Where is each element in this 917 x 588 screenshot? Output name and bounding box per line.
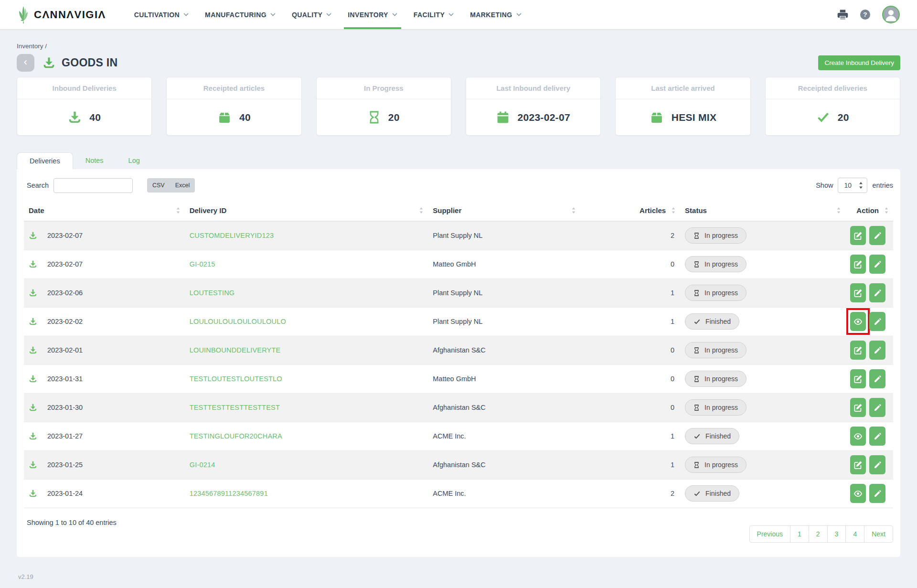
stat-card-value: 40 — [89, 112, 101, 123]
hourglass-icon — [693, 289, 700, 297]
check-icon — [693, 433, 701, 440]
status-label: Finished — [705, 432, 731, 440]
primary-action-button[interactable] — [850, 427, 866, 446]
supplier-name: Matteo GmbH — [433, 375, 476, 383]
tab-deliveries[interactable]: Deliveries — [17, 152, 73, 170]
supplier-name: ACME Inc. — [433, 432, 466, 440]
help-icon[interactable]: ? — [860, 9, 871, 20]
chevron-down-icon — [326, 13, 331, 16]
column-header-date[interactable]: Date — [24, 201, 185, 221]
user-avatar[interactable] — [882, 6, 900, 23]
stat-card-label: Receipted articles — [167, 77, 301, 99]
delivery-id-link[interactable]: CUSTOMDELIVERYID123 — [190, 232, 274, 239]
edit-pencil-button[interactable] — [869, 455, 885, 474]
deliveries-table: Date Delivery ID Supplier Articles Statu… — [24, 201, 893, 508]
nav-item-cultivation[interactable]: CULTIVATION — [126, 0, 197, 29]
create-inbound-delivery-button[interactable]: Create Inbound Delivery — [818, 55, 900, 70]
download-icon — [68, 110, 82, 124]
breadcrumb[interactable]: Inventory / — [17, 30, 900, 50]
pagination-page-4[interactable]: 4 — [845, 525, 864, 543]
chevron-down-icon — [183, 13, 189, 16]
nav-item-manufacturing[interactable]: MANUFACTURING — [197, 0, 284, 29]
delivery-row: 2023-02-01 LOUINBOUNDDELIVERYTE Afghanis… — [24, 336, 893, 364]
pagination-page-1[interactable]: 1 — [790, 525, 809, 543]
tab-bar: Deliveries Notes Log — [17, 152, 900, 169]
deliveries-panel: Search CSV Excel Show 10 entries — [17, 169, 900, 557]
page-size-select[interactable]: 10 — [838, 178, 867, 193]
primary-action-button[interactable] — [850, 455, 866, 474]
pencil-icon — [874, 260, 882, 268]
primary-action-button[interactable] — [850, 255, 866, 274]
primary-action-button[interactable] — [850, 312, 866, 331]
primary-action-button[interactable] — [850, 341, 866, 360]
primary-action-button[interactable] — [850, 226, 866, 245]
top-navbar: CΛNNΛVIGIΛ CULTIVATION MANUFACTURING QUA… — [0, 0, 917, 30]
status-label: In progress — [704, 404, 738, 411]
delivery-row: 2023-02-07 CUSTOMDELIVERYID123 Plant Sup… — [24, 221, 893, 250]
delivery-id-link[interactable]: TESTLOUTESTLOUTESTLO — [190, 375, 282, 383]
primary-action-button[interactable] — [850, 369, 866, 388]
delivery-id-link[interactable]: LOULOULOULOULOULOULO — [190, 318, 286, 325]
nav-item-facility[interactable]: FACILITY — [405, 0, 462, 29]
pagination-previous[interactable]: Previous — [749, 525, 790, 543]
delivery-id-link[interactable]: TESTTESTTESTTESTTEST — [190, 404, 280, 411]
delivery-id-link[interactable]: 12345678911234567891 — [190, 490, 268, 497]
delivery-id-link[interactable]: TESTINGLOUFOR20CHARA — [190, 432, 282, 440]
primary-action-button[interactable] — [850, 484, 866, 503]
nav-item-quality[interactable]: QUALITY — [284, 0, 340, 29]
sort-icon — [837, 207, 841, 214]
stat-card-label: Inbound Deliveries — [17, 77, 151, 99]
edit-pencil-button[interactable] — [869, 255, 885, 274]
status-badge: In progress — [685, 342, 746, 358]
pagination-next[interactable]: Next — [864, 525, 893, 543]
brand-name: CΛNNΛVIGIΛ — [34, 9, 106, 21]
column-header-status[interactable]: Status — [680, 201, 845, 221]
pagination-page-2[interactable]: 2 — [809, 525, 828, 543]
main-nav: CULTIVATION MANUFACTURING QUALITY INVENT… — [126, 0, 530, 29]
pagination-page-3[interactable]: 3 — [827, 525, 846, 543]
edit-pencil-button[interactable] — [869, 283, 885, 302]
pagination: Previous 1 2 3 4 Next — [749, 525, 893, 543]
supplier-name: Afghanistan S&C — [433, 461, 485, 469]
edit-pencil-button[interactable] — [869, 369, 885, 388]
nav-item-inventory[interactable]: INVENTORY — [340, 0, 405, 29]
search-input[interactable] — [53, 178, 133, 193]
print-icon[interactable] — [837, 9, 848, 20]
column-header-delivery-id[interactable]: Delivery ID — [185, 201, 428, 221]
back-button[interactable]: ‹ — [17, 54, 34, 72]
delivery-row: 2023-01-31 TESTLOUTESTLOUTESTLO Matteo G… — [24, 364, 893, 393]
primary-action-button[interactable] — [850, 398, 866, 417]
export-csv-button[interactable]: CSV — [147, 178, 170, 192]
delivery-id-link[interactable]: GI-0215 — [190, 260, 215, 268]
calendar-icon — [496, 111, 510, 124]
edit-icon — [853, 403, 863, 412]
edit-pencil-button[interactable] — [869, 312, 885, 331]
primary-action-button[interactable] — [850, 283, 866, 302]
status-label: In progress — [704, 375, 738, 383]
delivery-id-link[interactable]: LOUTESTING — [190, 289, 235, 297]
export-excel-button[interactable]: Excel — [170, 178, 195, 192]
inbound-icon — [29, 289, 37, 297]
supplier-name: Matteo GmbH — [433, 260, 476, 268]
column-header-supplier[interactable]: Supplier — [428, 201, 580, 221]
edit-pencil-button[interactable] — [869, 341, 885, 360]
stat-card-value: HESI MIX — [672, 112, 717, 123]
edit-pencil-button[interactable] — [869, 484, 885, 503]
column-header-action[interactable]: Action — [845, 201, 893, 221]
articles-count: 2 — [671, 490, 674, 497]
delivery-id-link[interactable]: LOUINBOUNDDELIVERYTE — [190, 346, 281, 354]
tab-notes[interactable]: Notes — [73, 152, 116, 169]
edit-pencil-button[interactable] — [869, 226, 885, 245]
delivery-date: 2023-01-27 — [47, 432, 83, 440]
nav-item-marketing[interactable]: MARKETING — [462, 0, 529, 29]
brand-logo[interactable]: CΛNNΛVIGIΛ — [17, 0, 106, 29]
articles-count: 0 — [671, 375, 674, 383]
edit-icon — [853, 231, 863, 240]
pencil-icon — [874, 461, 882, 469]
column-header-articles[interactable]: Articles — [580, 201, 680, 221]
edit-pencil-button[interactable] — [869, 427, 885, 446]
check-icon — [693, 318, 701, 325]
edit-pencil-button[interactable] — [869, 398, 885, 417]
delivery-id-link[interactable]: GI-0214 — [190, 461, 215, 469]
tab-log[interactable]: Log — [116, 152, 152, 169]
